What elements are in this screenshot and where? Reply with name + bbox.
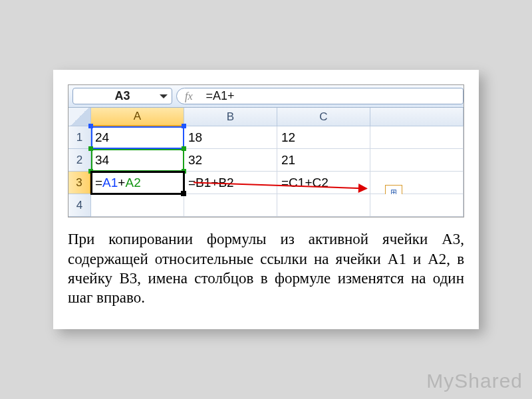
cell-A2-value: 34: [95, 153, 109, 168]
col-header-B[interactable]: B: [184, 108, 277, 126]
explanatory-paragraph: При копировании формулы из активной ячей…: [68, 229, 464, 308]
cell-C1[interactable]: 12: [277, 126, 370, 149]
row-header-4[interactable]: 4: [68, 194, 91, 217]
cell-A3-plus: +: [118, 176, 125, 190]
cell-A3-prefix: =: [95, 176, 102, 190]
cell-C3[interactable]: =C1+C2: [277, 172, 370, 194]
fx-icon[interactable]: fx: [185, 90, 193, 102]
spreadsheet-grid: A B C 1 24 18 12 2 34 32 21 3: [68, 108, 464, 217]
cell-C2[interactable]: 21: [277, 149, 370, 172]
cell-C4[interactable]: [277, 194, 370, 217]
cell-A3-ref2: A2: [125, 176, 140, 190]
formula-input-wrap[interactable]: fx =A1+: [176, 88, 464, 104]
cell-B4[interactable]: [184, 194, 277, 217]
fill-handle-icon[interactable]: [181, 191, 186, 196]
watermark-text: MyShared: [426, 370, 523, 392]
col-header-C[interactable]: C: [277, 108, 370, 126]
cell-D4[interactable]: [370, 194, 464, 217]
name-box-value: A3: [114, 89, 130, 103]
cell-A3[interactable]: =A1+A2: [91, 172, 184, 194]
select-all-corner[interactable]: [68, 108, 91, 126]
cell-A4[interactable]: [91, 194, 184, 217]
cell-D2[interactable]: [370, 149, 464, 172]
formula-bar: A3 fx =A1+: [68, 85, 464, 108]
cell-D1[interactable]: [370, 126, 464, 149]
col-header-blank[interactable]: [370, 108, 464, 126]
name-box-dropdown-icon[interactable]: [160, 94, 168, 98]
cell-B2[interactable]: 32: [184, 149, 277, 172]
row-header-3[interactable]: 3: [68, 172, 91, 194]
cell-A2[interactable]: 34: [91, 149, 184, 172]
row-header-2[interactable]: 2: [68, 149, 91, 172]
excel-screenshot: A3 fx =A1+ A B C 1 24 18 12: [68, 84, 464, 217]
formula-input-value: =A1+: [206, 89, 235, 103]
cell-A3-ref1: A1: [102, 176, 118, 190]
slide-card: A3 fx =A1+ A B C 1 24 18 12: [53, 70, 479, 329]
row-header-1[interactable]: 1: [68, 126, 91, 149]
cell-A1-value: 24: [95, 130, 109, 145]
cell-D3[interactable]: ⊞: [370, 172, 464, 194]
col-header-A[interactable]: A: [91, 108, 184, 126]
name-box[interactable]: A3: [72, 88, 172, 104]
cell-C3-value: =C1+C2: [281, 176, 329, 190]
cell-A1[interactable]: 24: [91, 126, 184, 149]
cell-B1[interactable]: 18: [184, 126, 277, 149]
